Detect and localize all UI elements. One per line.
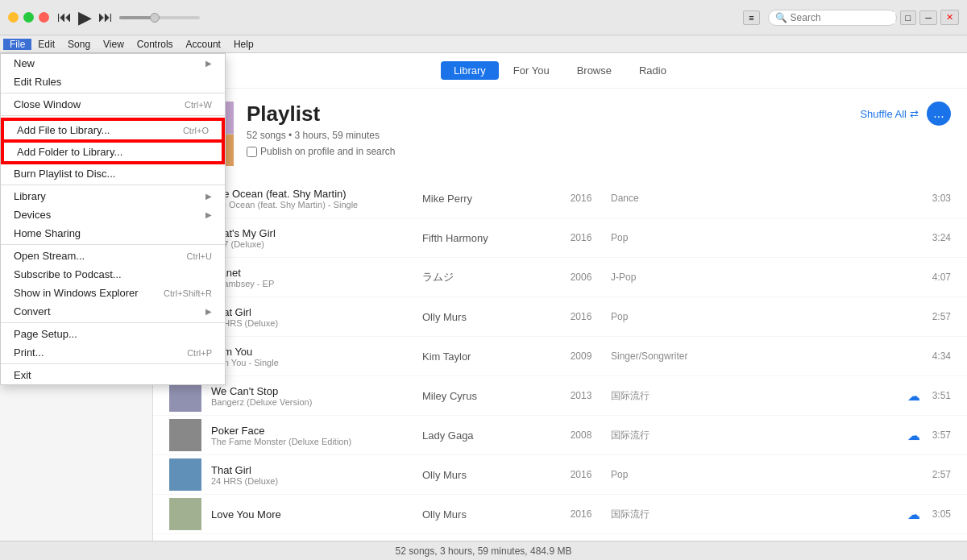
tab-library[interactable]: Library [441, 61, 499, 80]
cloud-download-icon: ☁ [907, 507, 920, 522]
menu-item-16[interactable]: Convert [1, 302, 225, 321]
playlist-meta: 52 songs • 3 hours, 59 minutes [247, 130, 847, 141]
search-input[interactable] [791, 12, 895, 23]
menu-item-13[interactable]: Open Stream...Ctrl+U [1, 247, 225, 265]
close-win-button[interactable]: ✕ [940, 10, 959, 25]
menu-separator-17 [1, 322, 225, 323]
next-button[interactable]: ⏭ [98, 9, 113, 26]
menu-shortcut-15: Ctrl+Shift+R [164, 288, 212, 298]
playlist-title: Playlist [247, 102, 847, 127]
song-artist-5: Miley Cyrus [422, 390, 551, 402]
song-artist-8: Olly Murs [422, 508, 551, 521]
menu-account[interactable]: Account [180, 39, 227, 50]
song-genre-2: J-Pop [611, 272, 716, 283]
content-area: Library For You Browse Radio Playlist 52… [153, 53, 967, 541]
minimize-win-button[interactable]: ─ [919, 10, 937, 25]
menu-shortcut-13: Ctrl+U [187, 251, 212, 261]
menu-item-0[interactable]: New [1, 54, 225, 73]
song-extra-5: ☁ 3:51 [907, 388, 951, 404]
menu-song[interactable]: Song [61, 39, 97, 50]
menu-item-9[interactable]: Library [1, 187, 225, 205]
song-album-0: The Ocean (feat. Shy Martin) - Single [211, 200, 413, 209]
menu-item-21[interactable]: Exit [1, 366, 225, 384]
menu-file[interactable]: File [3, 39, 31, 50]
song-extra-2: 4:07 [925, 272, 951, 283]
table-row[interactable]: That's My Girl 7/27 (Deluxe) Fifth Harmo… [153, 218, 967, 258]
song-album-5: Bangerz (Deluxe Version) [211, 397, 413, 407]
menu-item-3[interactable]: Close WindowCtrl+W [1, 95, 225, 114]
tab-radio[interactable]: Radio [626, 61, 679, 80]
table-row[interactable]: Poker Face The Fame Monster (Deluxe Edit… [153, 416, 967, 455]
menu-label-1: Edit Rules [14, 76, 61, 88]
menu-controls[interactable]: Controls [131, 39, 180, 50]
song-title-8: Love You More [211, 508, 413, 521]
tab-for-you[interactable]: For You [500, 61, 562, 80]
menu-separator-12 [1, 244, 225, 245]
search-box[interactable]: 🔍 [768, 10, 897, 26]
menu-label-9: Library [14, 190, 46, 202]
table-row[interactable]: Planet 3 Lambsey - EP ラムジ 2006 J-Pop 4:0… [153, 258, 967, 297]
menu-item-19[interactable]: Print...Ctrl+P [1, 343, 225, 362]
song-extra-1: 3:24 [925, 232, 951, 243]
menu-separator-4 [1, 115, 225, 116]
menu-item-15[interactable]: Show in Windows ExplorerCtrl+Shift+R [1, 284, 225, 302]
publish-checkbox[interactable] [247, 147, 257, 157]
maximize-button[interactable] [23, 12, 34, 23]
table-row[interactable]: That Girl 24 HRS (Deluxe) Olly Murs 2016… [153, 297, 967, 337]
song-album-2: 3 Lambsey - EP [211, 279, 413, 288]
table-row[interactable]: We Can't Stop Bangerz (Deluxe Version) M… [153, 376, 967, 416]
song-artist-7: Olly Murs [422, 469, 551, 481]
table-row[interactable]: That Girl 24 HRS (Deluxe) Olly Murs 2016… [153, 455, 967, 495]
table-row[interactable]: The Ocean (feat. Shy Martin) The Ocean (… [153, 179, 967, 218]
song-artwork-8 [169, 498, 201, 530]
menu-help[interactable]: Help [227, 39, 260, 50]
song-album-4: I Am You - Single [211, 358, 413, 367]
playlist-actions: Shuffle All ⇄ ... [860, 102, 951, 126]
search-icon: 🔍 [775, 12, 787, 23]
song-year-8: 2016 [561, 508, 601, 520]
menu-item-11[interactable]: Home Sharing [1, 224, 225, 243]
shuffle-icon: ⇄ [910, 108, 919, 120]
song-duration-8: 3:05 [925, 508, 951, 520]
menu-label-0: New [14, 57, 35, 69]
song-genre-0: Dance [611, 193, 716, 204]
song-extra-7: 2:57 [925, 469, 951, 480]
playback-controls: ⏮ ▶ ⏭ [57, 7, 113, 28]
song-genre-5: 国际流行 [611, 389, 716, 403]
table-row[interactable]: I Am You I Am You - Single Kim Taylor 20… [153, 337, 967, 376]
song-title-5: We Can't Stop [211, 385, 413, 397]
song-year-3: 2016 [561, 311, 601, 322]
song-duration-3: 2:57 [925, 311, 951, 322]
menu-button[interactable]: ≡ [743, 10, 759, 25]
restore-button[interactable]: □ [900, 10, 917, 25]
menu-item-18[interactable]: Page Setup... [1, 325, 225, 343]
menu-view[interactable]: View [97, 39, 131, 50]
song-title-4: I Am You [211, 346, 413, 358]
menu-item-5[interactable]: Add File to Library...Ctrl+O [2, 119, 223, 141]
volume-control[interactable] [119, 16, 200, 19]
minimize-button[interactable] [8, 12, 19, 23]
prev-button[interactable]: ⏮ [57, 9, 72, 26]
menu-shortcut-5: Ctrl+O [183, 126, 209, 135]
play-button[interactable]: ▶ [78, 7, 92, 28]
tab-browse[interactable]: Browse [564, 61, 625, 80]
menu-separator-2 [1, 93, 225, 93]
menu-item-6[interactable]: Add Folder to Library... [2, 141, 223, 163]
song-genre-4: Singer/Songwriter [611, 351, 716, 362]
song-album-7: 24 HRS (Deluxe) [211, 476, 413, 486]
playlist-publish: Publish on profile and in search [247, 146, 847, 157]
close-button[interactable] [39, 12, 49, 23]
song-info-5: We Can't Stop Bangerz (Deluxe Version) [211, 385, 413, 407]
menu-edit[interactable]: Edit [31, 39, 61, 50]
table-row[interactable]: Love You More Olly Murs 2016 国际流行 ☁ 3:05 [153, 495, 967, 534]
song-title-7: That Girl [211, 464, 413, 476]
menu-label-6: Add Folder to Library... [17, 146, 122, 158]
more-options-button[interactable]: ... [927, 102, 951, 126]
menu-item-14[interactable]: Subscribe to Podcast... [1, 265, 225, 284]
song-artwork-6 [169, 419, 201, 451]
menu-item-7[interactable]: Burn Playlist to Disc... [1, 164, 225, 183]
menu-item-10[interactable]: Devices [1, 205, 225, 224]
menu-item-1[interactable]: Edit Rules [1, 73, 225, 91]
song-year-6: 2008 [561, 429, 601, 441]
shuffle-button[interactable]: Shuffle All ⇄ [860, 108, 919, 120]
